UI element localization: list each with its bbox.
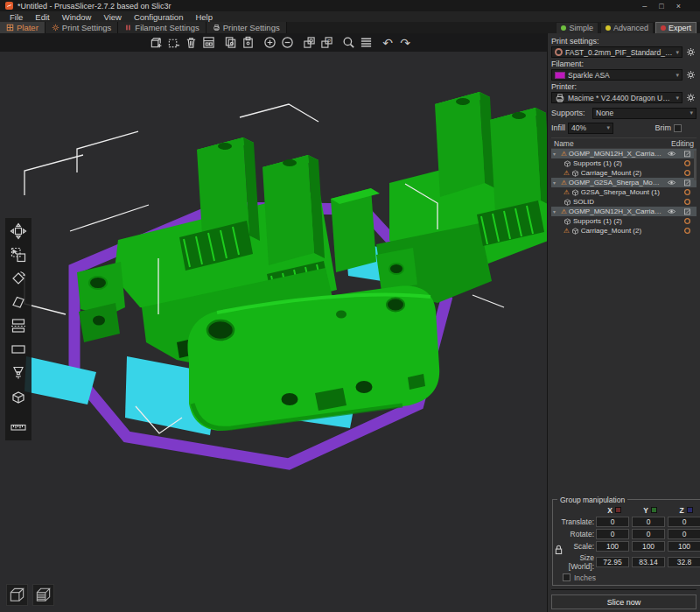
view-mode-buttons [6, 584, 54, 606]
split-to-parts-button[interactable] [319, 36, 333, 50]
delete-all-button[interactable] [184, 36, 198, 50]
remove-instance-button[interactable] [280, 36, 294, 50]
move-gizmo-icon[interactable] [8, 221, 29, 242]
supports-combo[interactable]: None ▾ [592, 108, 696, 119]
editor-view-button[interactable] [6, 584, 28, 606]
menu-file[interactable]: File [4, 12, 29, 22]
mode-advanced[interactable]: Advanced [600, 22, 654, 34]
edit-object-icon[interactable] [679, 150, 695, 158]
filament-combo[interactable]: Sparkle ASA ▾ [551, 69, 682, 81]
size-row: Size [World]: mm [556, 553, 700, 571]
inches-checkbox[interactable] [563, 573, 570, 581]
split-to-objects-button[interactable] [302, 36, 316, 50]
rotate-x-input[interactable] [596, 529, 629, 539]
object-row[interactable]: SOLID [551, 197, 696, 207]
object-row[interactable]: ▾ ⚠ OGMP_MGN12H_X_Carriage__Lite_Lugs_Tr… [551, 207, 696, 216]
settings-ring-icon[interactable] [679, 169, 695, 177]
add-object-button[interactable] [149, 36, 163, 50]
slice-now-button[interactable]: Slice now [551, 594, 696, 609]
supports-label: Supports: [551, 109, 590, 117]
scale-x-input[interactable] [596, 541, 629, 552]
eye-icon[interactable] [665, 149, 677, 158]
expand-caret-icon[interactable]: ▾ [553, 151, 559, 157]
list-scrollbar[interactable] [694, 151, 696, 180]
object-row[interactable]: ⚠ G2SA_Sherpa_Mount (1) [551, 187, 696, 197]
mode-expert[interactable]: Expert [655, 22, 696, 34]
scale-y-input[interactable] [632, 541, 665, 552]
menu-configuration[interactable]: Configuration [128, 12, 190, 22]
measure-gizmo-icon[interactable] [8, 339, 29, 360]
close-button[interactable]: × [676, 2, 681, 11]
3d-canvas[interactable] [0, 52, 547, 612]
object-row[interactable]: Supports (1) (2) [551, 216, 696, 226]
eye-icon[interactable] [665, 178, 677, 187]
place-on-face-gizmo-icon[interactable] [8, 292, 29, 313]
edit-object-icon[interactable] [679, 179, 695, 186]
redo-button[interactable]: ↷ [398, 36, 412, 50]
ruler-icon[interactable] [8, 417, 29, 438]
minimize-button[interactable]: – [642, 2, 647, 11]
expand-caret-icon[interactable]: ▾ [553, 179, 559, 186]
variable-layer-height-button[interactable] [359, 36, 373, 50]
cut-gizmo-icon[interactable] [8, 315, 29, 336]
translate-y-input[interactable] [632, 517, 665, 527]
add-instance-button[interactable] [262, 36, 276, 50]
y-axis-chip [651, 507, 657, 513]
settings-ring-icon[interactable] [679, 227, 695, 235]
search-button[interactable] [341, 36, 355, 50]
size-x-input[interactable] [596, 557, 629, 567]
object-row[interactable]: ▾ ⚠ OGMP_MGN12H_X_Carriage__Lite_Lugs_Tr… [551, 149, 696, 158]
menu-help[interactable]: Help [189, 12, 219, 22]
rotate-z-input[interactable] [668, 529, 700, 539]
tab-print-settings[interactable]: Print Settings [46, 22, 119, 33]
expand-caret-icon[interactable]: ▾ [553, 208, 559, 215]
object-row[interactable]: ⚠ Carriage_Mount (2) [551, 226, 696, 236]
tab-printer-settings[interactable]: Printer Settings [206, 22, 287, 33]
size-z-input[interactable] [668, 557, 700, 567]
chevron-down-icon: ▾ [676, 72, 679, 79]
paste-button[interactable] [241, 36, 255, 50]
printer-combo[interactable]: Macime * V2.4400 Dragon UUHF CHT Volcano… [551, 92, 682, 103]
infill-combo[interactable]: 40% ▾ [568, 123, 613, 134]
maximize-button[interactable]: □ [659, 2, 663, 11]
rotate-gizmo-icon[interactable] [8, 268, 29, 289]
advanced-dot-icon [606, 25, 611, 31]
filament-label: Filament: [551, 60, 696, 68]
tab-plater[interactable]: Plater [0, 22, 46, 33]
settings-ring-icon[interactable] [679, 188, 695, 196]
print-settings-gear-button[interactable] [685, 46, 696, 58]
translate-x-input[interactable] [596, 517, 629, 527]
settings-ring-icon[interactable] [679, 217, 695, 225]
settings-ring-icon[interactable] [679, 159, 695, 167]
arrange-button[interactable] [201, 36, 215, 50]
edit-object-icon[interactable] [679, 208, 695, 215]
object-row[interactable]: ▾ ⚠ OGMP_G2SA_Sherpa_Mount_Tridex [551, 178, 696, 187]
print-settings-combo[interactable]: FAST_0.2mm_PIF_Standard_44mm3 ▾ [551, 46, 682, 58]
uniform-scale-lock-icon[interactable] [555, 543, 563, 560]
mode-simple[interactable]: Simple [556, 22, 598, 34]
remove-object-button[interactable] [166, 36, 180, 50]
tab-filament-settings[interactable]: Filament Settings [118, 22, 206, 33]
eye-icon[interactable] [665, 207, 677, 216]
rotate-y-input[interactable] [632, 529, 665, 539]
undo-button[interactable]: ↶ [381, 36, 395, 50]
copy-button[interactable] [223, 36, 237, 50]
preview-view-button[interactable] [32, 584, 54, 606]
scale-z-input[interactable] [668, 541, 700, 552]
brim-checkbox[interactable] [674, 124, 682, 132]
printer-gear-button[interactable] [685, 92, 696, 103]
menu-edit[interactable]: Edit [29, 12, 55, 22]
object-row[interactable]: ⚠ Carriage_Mount (2) [551, 168, 696, 178]
cube-icon [571, 227, 579, 235]
z-axis-chip [687, 507, 693, 513]
settings-ring-icon[interactable] [679, 198, 695, 206]
scale-gizmo-icon[interactable] [8, 244, 29, 265]
translate-z-input[interactable] [668, 517, 700, 527]
menu-view[interactable]: View [97, 12, 127, 22]
filament-gear-button[interactable] [685, 69, 696, 81]
menu-window[interactable]: Window [56, 12, 98, 22]
paint-supports-gizmo-icon[interactable] [8, 362, 29, 383]
object-row[interactable]: Supports (1) (2) [551, 158, 696, 168]
size-y-input[interactable] [632, 557, 665, 567]
seam-painting-gizmo-icon[interactable] [8, 386, 29, 407]
